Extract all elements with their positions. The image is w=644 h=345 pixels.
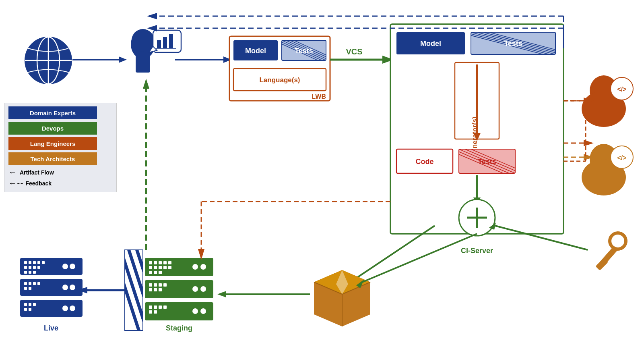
svg-rect-156 — [37, 266, 40, 269]
svg-rect-153 — [24, 266, 27, 269]
svg-rect-165 — [29, 287, 31, 290]
svg-rect-128 — [163, 306, 167, 309]
arrow-person-to-lwb — [175, 56, 231, 63]
svg-text:</>: </> — [617, 154, 626, 161]
svg-point-146 — [70, 306, 75, 311]
svg-rect-121 — [154, 288, 157, 291]
package-icon — [314, 270, 370, 326]
svg-rect-170 — [29, 308, 31, 311]
svg-rect-148 — [24, 261, 27, 264]
svg-rect-161 — [29, 282, 31, 285]
svg-text:</>: </> — [617, 86, 626, 93]
svg-point-82 — [610, 233, 626, 249]
svg-point-144 — [70, 285, 75, 290]
svg-point-142 — [70, 264, 75, 269]
svg-rect-155 — [33, 266, 36, 269]
arrow-staging-to-live — [77, 287, 125, 293]
svg-text:Tests: Tests — [478, 158, 496, 166]
svg-rect-11 — [169, 34, 173, 48]
svg-rect-160 — [24, 282, 27, 285]
svg-marker-95 — [217, 291, 226, 297]
svg-rect-120 — [149, 288, 152, 291]
svg-rect-119 — [163, 283, 167, 287]
svg-rect-102 — [154, 261, 157, 264]
svg-text:Tests: Tests — [504, 39, 522, 48]
svg-point-123 — [200, 308, 206, 314]
vcs-arrow: VCS — [330, 47, 394, 64]
svg-rect-110 — [168, 266, 171, 269]
svg-rect-151 — [37, 261, 40, 264]
svg-rect-125 — [149, 306, 152, 309]
svg-rect-109 — [163, 266, 167, 269]
dashed-arrow-to-tech-architect — [564, 154, 594, 160]
svg-rect-101 — [149, 261, 152, 264]
svg-rect-6 — [136, 52, 150, 73]
svg-rect-168 — [33, 303, 36, 306]
svg-point-147 — [62, 306, 68, 311]
svg-rect-150 — [33, 261, 36, 264]
svg-rect-108 — [159, 266, 162, 269]
diagram-container: Domain Experts Devops Lang Engineers Tec… — [0, 0, 644, 345]
svg-rect-106 — [149, 266, 152, 269]
svg-rect-9 — [157, 40, 161, 48]
svg-text:Tests: Tests — [295, 47, 313, 55]
svg-rect-118 — [159, 283, 162, 287]
svg-line-176 — [362, 234, 477, 282]
staging-server-icon — [145, 258, 213, 320]
staging-label: Staging — [166, 324, 192, 332]
svg-rect-112 — [154, 271, 157, 274]
svg-rect-127 — [159, 306, 162, 309]
svg-rect-122 — [159, 288, 162, 291]
svg-rect-116 — [149, 283, 152, 287]
svg-point-5 — [132, 29, 154, 52]
svg-point-100 — [192, 264, 198, 270]
svg-text:Model: Model — [245, 47, 266, 55]
arrow-package-to-staging — [217, 291, 310, 297]
lwb-box: Model Tests Language(s) LWB — [229, 36, 338, 101]
orange-artifact-feedback — [198, 202, 390, 260]
live-server-icon — [20, 258, 83, 317]
devops-wrench-icon — [595, 233, 626, 270]
svg-rect-117 — [154, 283, 157, 287]
svg-rect-103 — [159, 261, 162, 264]
svg-marker-14 — [119, 56, 127, 63]
svg-rect-149 — [29, 261, 31, 264]
svg-marker-172 — [143, 79, 149, 89]
svg-rect-162 — [33, 282, 36, 285]
globe-icon — [25, 37, 72, 84]
arrow-globe-to-person — [72, 56, 127, 63]
ci-server-box: Model Tests Generator(s) Code — [390, 24, 574, 236]
svg-rect-167 — [29, 303, 31, 306]
svg-text:VCS: VCS — [346, 47, 362, 56]
svg-rect-130 — [154, 310, 157, 314]
svg-text:LWB: LWB — [312, 93, 326, 100]
svg-rect-164 — [24, 287, 27, 290]
svg-point-99 — [200, 264, 206, 270]
svg-rect-159 — [33, 271, 36, 274]
svg-rect-158 — [29, 271, 31, 274]
green-feedback-arrow-up — [143, 79, 149, 250]
svg-point-145 — [62, 285, 68, 290]
svg-rect-157 — [24, 271, 27, 274]
svg-rect-169 — [24, 308, 27, 311]
svg-rect-10 — [163, 37, 167, 48]
svg-rect-126 — [154, 306, 157, 309]
arrow-ci-to-package-solid — [356, 234, 477, 288]
svg-point-124 — [192, 308, 198, 314]
svg-marker-67 — [147, 13, 157, 19]
main-diagram-svg: Model Tests Language(s) LWB V — [0, 0, 644, 345]
person-icon — [131, 29, 181, 73]
svg-point-143 — [62, 264, 68, 269]
svg-point-114 — [200, 286, 206, 292]
svg-rect-154 — [29, 266, 31, 269]
dashed-arrow-ci-code-right — [564, 140, 594, 146]
svg-rect-129 — [149, 310, 152, 314]
svg-rect-152 — [42, 261, 45, 264]
svg-rect-163 — [37, 282, 40, 285]
svg-marker-69 — [147, 25, 157, 31]
svg-text:Language(s): Language(s) — [259, 76, 300, 84]
live-label: Live — [44, 324, 58, 332]
svg-rect-107 — [154, 266, 157, 269]
svg-rect-113 — [159, 271, 162, 274]
svg-rect-105 — [168, 261, 171, 264]
